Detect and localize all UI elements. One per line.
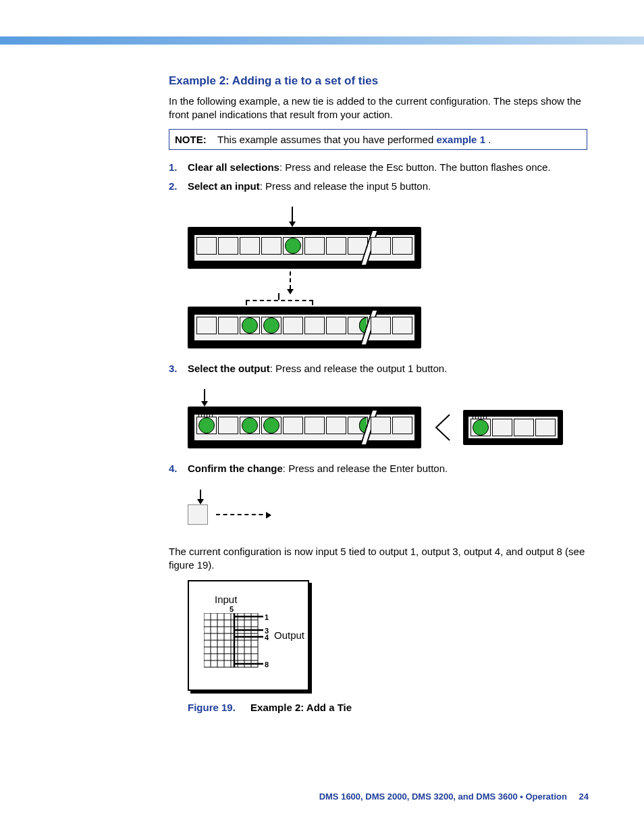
slot-active (283, 237, 303, 255)
step-2: 2. Select an input: Press and release th… (169, 180, 587, 193)
slot (304, 317, 325, 334)
slot (283, 317, 303, 334)
step-rest: : Press and release the Enter button. (283, 463, 448, 474)
step-number: 3. (169, 362, 178, 375)
step-number: 2. (169, 180, 178, 193)
diagram-step3 (188, 389, 587, 448)
step-3: 3. Select the output: Press and release … (169, 362, 587, 375)
note-label: NOTE: (175, 134, 207, 145)
slot (535, 419, 556, 436)
footer-page: 24 (579, 791, 589, 802)
panel-row-1 (188, 227, 421, 269)
step-strong: Select the output (188, 363, 270, 374)
page-header-bar (0, 36, 644, 45)
step-rest: : Press and release the output 1 button. (270, 363, 448, 374)
slot (261, 237, 281, 255)
out-row-1: 1 (265, 613, 269, 621)
slot-active (240, 317, 260, 334)
slot (492, 419, 512, 436)
step-rest: : Press and release the input 5 button. (260, 180, 431, 192)
slot (392, 237, 412, 255)
chevron-icon (433, 413, 451, 442)
figure-19: Input 5 (188, 580, 587, 713)
step-strong: Clear all selections (188, 161, 279, 173)
slot-active (261, 417, 281, 434)
slot (218, 417, 238, 434)
matrix-output-label: Output (274, 629, 304, 641)
note-tail: . (488, 134, 491, 145)
step-number: 1. (169, 161, 178, 174)
note-link[interactable]: example 1 (436, 134, 485, 145)
step-rest: : Press and release the Esc button. The … (279, 161, 551, 173)
matrix-input-col: 5 (230, 605, 301, 613)
steps-list-cont: 3. Select the output: Press and release … (169, 362, 587, 375)
step-strong: Select an input (188, 180, 260, 192)
slot-active (261, 317, 281, 334)
slot (326, 417, 346, 434)
figure-title: Example 2: Add a Tie (250, 702, 352, 713)
step-4: 4. Confirm the change: Press and release… (169, 462, 587, 475)
panel-row-3-main (188, 407, 421, 448)
slot (326, 317, 346, 334)
matrix-grid-icon (204, 613, 265, 670)
slot (218, 317, 238, 334)
slot (304, 237, 325, 255)
slot (371, 317, 391, 334)
slot (392, 417, 412, 434)
slot (371, 417, 391, 434)
slot (218, 237, 238, 255)
step-strong: Confirm the change (188, 463, 283, 474)
diagram-step4 (188, 490, 587, 525)
step-number: 4. (169, 462, 178, 475)
note-box: NOTE: This example assumes that you have… (169, 129, 587, 150)
intro-paragraph: In the following example, a new tie is a… (169, 95, 587, 122)
enter-button-slot (188, 504, 208, 525)
note-text: This example assumes that you have perfo… (217, 134, 436, 145)
dashed-arrow-right-icon (216, 514, 270, 515)
figure-caption: Figure 19. Example 2: Add a Tie (188, 702, 587, 713)
slot-active (240, 417, 260, 434)
diagram-step2 (188, 207, 587, 348)
slot (240, 237, 260, 255)
matrix-input-label: Input (215, 594, 301, 605)
slot (392, 317, 412, 334)
section-heading: Example 2: Adding a tie to a set of ties (169, 74, 587, 88)
page-footer: DMS 1600, DMS 2000, DMS 3200, and DMS 36… (319, 791, 589, 802)
slot (371, 237, 391, 255)
out-row-4: 4 (265, 633, 269, 642)
slot-active (471, 419, 491, 436)
figure-label: Figure 19. (188, 702, 236, 713)
slot (283, 417, 303, 434)
page-content: Example 2: Adding a tie to a set of ties… (169, 74, 587, 713)
slot (514, 419, 534, 436)
slot-active (196, 417, 217, 434)
panel-row-3-aux (463, 410, 563, 445)
slot (326, 237, 346, 255)
out-row-8: 8 (265, 660, 269, 669)
steps-list-cont2: 4. Confirm the change: Press and release… (169, 462, 587, 475)
steps-list: 1. Clear all selections: Press and relea… (169, 161, 587, 194)
slot (196, 317, 217, 334)
slot (196, 237, 217, 255)
result-paragraph: The current configuration is now input 5… (169, 545, 587, 573)
footer-text: DMS 1600, DMS 2000, DMS 3200, and DMS 36… (319, 791, 567, 802)
panel-row-2 (188, 307, 421, 348)
step-1: 1. Clear all selections: Press and relea… (169, 161, 587, 174)
slot (304, 417, 325, 434)
